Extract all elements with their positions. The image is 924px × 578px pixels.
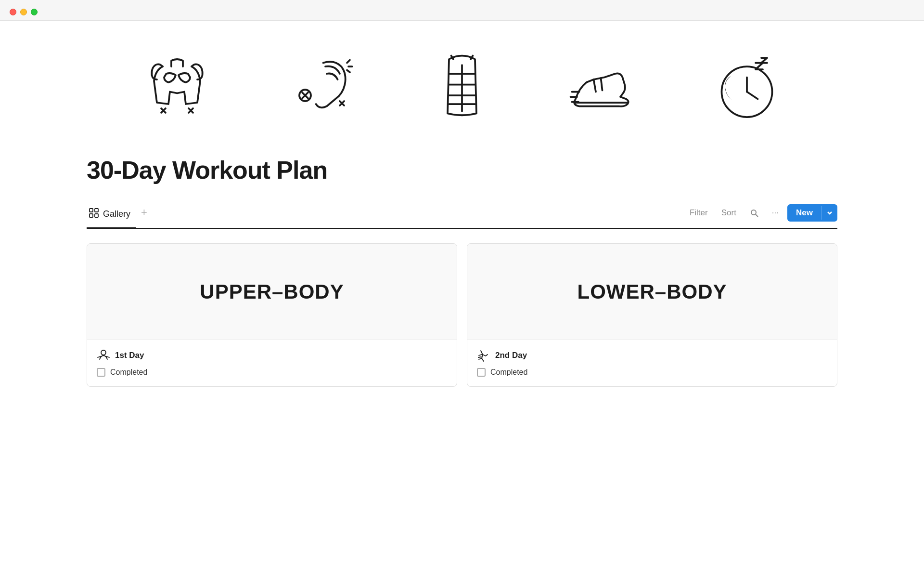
filter-button[interactable]: Filter (685, 205, 713, 221)
svg-point-27 (751, 210, 756, 215)
add-view-button[interactable]: + (136, 206, 152, 225)
abs-icon (424, 50, 500, 127)
shoulder-icon (281, 50, 358, 127)
card-body: 1st Day Completed (87, 340, 457, 386)
svg-rect-25 (90, 214, 93, 217)
svg-line-33 (478, 357, 481, 357)
svg-line-6 (347, 60, 350, 63)
svg-line-34 (479, 358, 482, 359)
running-icon (566, 50, 643, 127)
completed-label: Completed (490, 368, 527, 377)
day-icon (97, 349, 110, 362)
minimize-button[interactable] (20, 9, 27, 15)
svg-rect-24 (95, 209, 98, 212)
card-checkbox-row: Completed (97, 368, 447, 377)
svg-point-29 (101, 350, 106, 355)
new-button-label: New (787, 204, 821, 222)
gallery-grid: UPPER–BODY 1st Day C (87, 243, 837, 387)
svg-line-32 (479, 355, 482, 355)
maximize-button[interactable] (31, 9, 38, 15)
card-body: 2nd Day Completed (467, 340, 837, 386)
close-button[interactable] (10, 9, 16, 15)
gallery-label: Gallery (103, 209, 130, 219)
card-checkbox-row: Completed (477, 368, 827, 377)
svg-line-8 (347, 70, 350, 73)
search-button[interactable] (745, 206, 763, 220)
new-button-chevron[interactable] (821, 206, 837, 220)
gallery-card[interactable]: UPPER–BODY 1st Day C (87, 243, 457, 387)
card-day-row: 2nd Day (477, 349, 827, 362)
sleep-icon (708, 50, 785, 127)
card-day-row: 1st Day (97, 349, 447, 362)
card-day-label: 1st Day (115, 351, 144, 360)
gallery-card[interactable]: LOWER–BODY 2nd Day (467, 243, 837, 387)
page-title: 30-Day Workout Plan (87, 156, 837, 184)
svg-rect-26 (95, 214, 98, 217)
sort-button[interactable]: Sort (717, 205, 741, 221)
svg-rect-23 (90, 209, 93, 212)
window-chrome (0, 0, 924, 21)
completed-checkbox[interactable] (97, 368, 105, 377)
icons-row (87, 50, 837, 127)
completed-label: Completed (110, 368, 147, 377)
toolbar: Gallery + Filter Sort ··· New (87, 204, 837, 229)
gallery-icon (89, 208, 99, 221)
card-image-text: UPPER–BODY (200, 280, 344, 303)
card-image: LOWER–BODY (467, 244, 837, 340)
day-icon (477, 349, 490, 362)
tab-gallery[interactable]: Gallery (87, 204, 136, 229)
card-day-label: 2nd Day (495, 351, 527, 360)
main-content: 30-Day Workout Plan Gallery + Filter Sor… (0, 21, 924, 575)
toolbar-actions: Filter Sort ··· New (685, 204, 837, 227)
new-button-group[interactable]: New (787, 204, 837, 222)
upper-body-icon (139, 50, 216, 127)
card-image-text: LOWER–BODY (577, 280, 727, 303)
svg-line-28 (756, 214, 758, 217)
card-image: UPPER–BODY (87, 244, 457, 340)
svg-line-22 (747, 92, 758, 99)
more-button[interactable]: ··· (767, 205, 783, 221)
completed-checkbox[interactable] (477, 368, 486, 377)
